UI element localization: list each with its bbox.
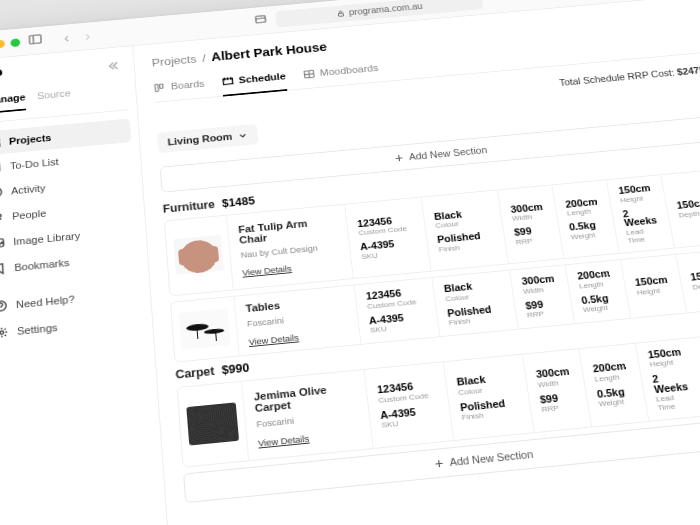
row-colours: BlackColour PolishedFinish: [431, 270, 517, 336]
plus-icon: [393, 152, 405, 162]
people-icon: [0, 210, 4, 224]
nav-label: Need Help?: [16, 293, 75, 309]
section-title: Carpet: [175, 364, 215, 381]
tab-label: Moodboards: [319, 62, 378, 77]
main-content: Projects / Albert Park House Boards Sche…: [133, 0, 700, 525]
tab-label: Schedule: [238, 70, 286, 84]
crumb-sep: /: [202, 51, 207, 64]
view-details-link[interactable]: View Details: [258, 428, 361, 448]
app-logo-icon[interactable]: [0, 68, 10, 85]
tab-label: Boards: [170, 78, 204, 91]
total-label: Total Schedule RRP Cost:: [558, 67, 675, 87]
row-thumb: [165, 215, 233, 294]
tab-boards[interactable]: Boards: [153, 72, 206, 101]
product-name: Jemima Olive Carpet: [253, 381, 357, 414]
tab-moodboards[interactable]: Moodboards: [302, 57, 380, 88]
privacy-icon[interactable]: [252, 11, 269, 28]
browser-nav: ‹ ›: [60, 28, 95, 46]
row-codes: 123456Custom Code A-4395SKU: [344, 197, 430, 277]
row-length: 200cmLength 0.5kgWeight: [564, 259, 630, 322]
add-section-label: Add New Section: [449, 448, 534, 468]
row-width: 300cmWidth $99RRP: [509, 264, 574, 327]
bookmark-icon: [0, 262, 7, 276]
boards-icon: [153, 81, 166, 93]
row-colours: BlackColour PolishedFinish: [421, 190, 508, 270]
tab-schedule[interactable]: Schedule: [221, 65, 288, 96]
min-dot[interactable]: [0, 39, 5, 48]
row-name-cell: Fat Tulip Arm Chair Nau by Cult Design V…: [226, 204, 353, 288]
product-imageumb-icon: [173, 235, 224, 275]
sidebar-toggle-icon[interactable]: [27, 31, 43, 49]
row-name-cell: Tables Foscarini View Details: [233, 284, 360, 354]
plus-icon: [432, 457, 445, 469]
back-button[interactable]: ‹: [60, 29, 74, 45]
row-codes: 123456Custom Code A-4395SKU: [354, 277, 440, 343]
view-details-link[interactable]: View Details: [248, 327, 349, 346]
room-label: Living Room: [167, 131, 233, 147]
lead-time: 2 Weeks: [652, 370, 691, 393]
browser-window: ‹ › programa.com.au Manage: [0, 0, 700, 525]
lead-time-label: Lead Time: [625, 225, 662, 244]
row-codes: 123456Custom Code A-4395SKU: [363, 361, 453, 447]
row-colours: BlackColour PolishedFinish: [443, 354, 534, 440]
lock-icon: [335, 8, 345, 17]
row-thumb: [171, 296, 239, 361]
nav-label: Activity: [11, 182, 46, 196]
product-imageumb-icon: [179, 307, 231, 348]
max-dot[interactable]: [10, 37, 20, 46]
forward-button[interactable]: ›: [81, 28, 95, 44]
row-name-cell: Jemima Olive Carpet Foscarini View Detai…: [241, 369, 373, 460]
view-details-link[interactable]: View Details: [242, 259, 342, 277]
moodboards-icon: [302, 67, 316, 79]
nav-label: People: [12, 207, 46, 221]
crumb-current: Albert Park House: [211, 40, 328, 63]
sidebar-tabs: Manage Source: [0, 82, 129, 123]
crumb-root[interactable]: Projects: [151, 52, 197, 68]
chevron-down-icon: [237, 130, 249, 140]
help-icon: [0, 298, 8, 312]
nav-label: Bookmarks: [14, 257, 70, 273]
history-icon: [0, 185, 3, 198]
nav-label: Settings: [17, 321, 58, 336]
schedule-icon: [221, 74, 234, 86]
section-amount: $990: [221, 360, 249, 376]
nav-label: To-Do List: [10, 156, 59, 171]
row-thumb: [178, 381, 249, 466]
add-section-label: Add New Section: [408, 144, 487, 161]
image-icon: [0, 236, 6, 250]
total-value: $2475: [676, 64, 700, 76]
lead-time: 2 Weeks: [622, 205, 660, 227]
nav-label: Image Library: [13, 230, 80, 247]
gear-icon: [0, 325, 9, 339]
product-imageumb-icon: [186, 402, 239, 445]
tab-source[interactable]: Source: [37, 87, 72, 108]
lead-time-label: Lead Time: [655, 391, 694, 412]
section-amount: $1485: [221, 194, 255, 209]
url-text: programa.com.au: [348, 1, 423, 16]
depth: 150cm: [690, 269, 700, 282]
grid-icon: [0, 136, 1, 149]
nav-label: Projects: [9, 132, 52, 146]
section-title: Furniture: [162, 198, 215, 215]
traffic-lights[interactable]: [0, 37, 20, 49]
collapse-sidebar-icon[interactable]: [104, 58, 120, 74]
depth: 150cm: [676, 197, 700, 209]
clipboard-icon: [0, 160, 2, 173]
tab-manage[interactable]: Manage: [0, 91, 26, 113]
product-name: Fat Tulip Arm Chair: [238, 215, 338, 245]
